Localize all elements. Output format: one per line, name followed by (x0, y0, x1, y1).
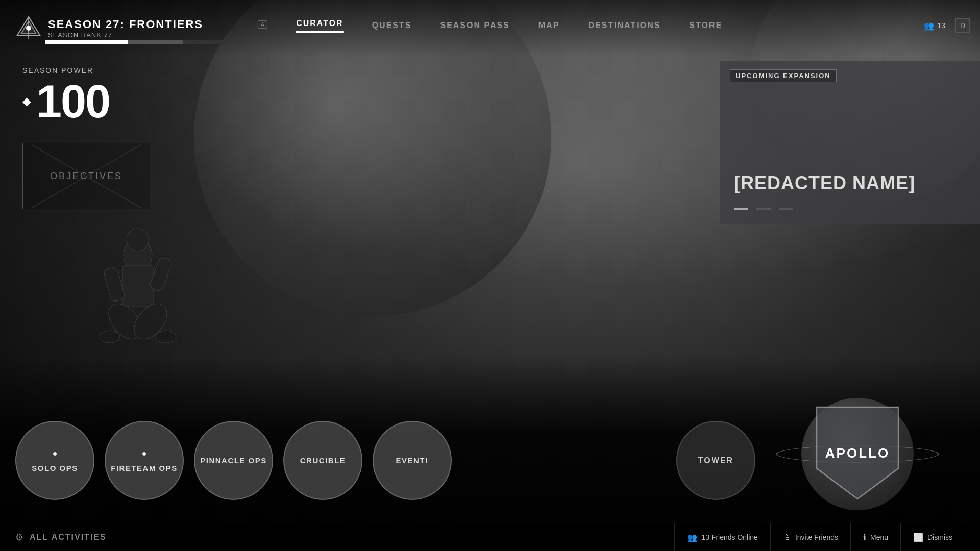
main-nav: A CURATOR QUESTS SEASON PASS MAP DESTINA… (254, 0, 726, 51)
dismiss-button[interactable]: ⬜ Dismiss (900, 523, 965, 552)
nav-item-controller-hint: A (254, 20, 272, 31)
nav-item-curator[interactable]: CURATOR (292, 19, 348, 33)
all-activities-bar: ⚙ ALL ACTIVITIES 👥 13 Friends Online 🖱 I… (0, 523, 980, 551)
settings-button[interactable]: D (955, 18, 970, 33)
header: SEASON 27: FRONTIERS SEASON RANK 77 A CU… (0, 0, 980, 56)
svg-point-7 (100, 331, 120, 343)
dismiss-label: Dismiss (927, 533, 952, 541)
all-activities-icon: ⚙ (15, 532, 23, 543)
nav-quests-label: QUESTS (372, 21, 412, 30)
controller-hint-a: A (258, 20, 267, 29)
nav-store-label: STORE (689, 21, 722, 30)
invite-friends-label: Invite Friends (795, 533, 838, 541)
expansion-tag: UPCOMING EXPANSION (730, 69, 837, 82)
tower-label: TOWER (698, 456, 733, 465)
nav-season-pass-label: SEASON PASS (440, 21, 509, 30)
season-rank: SEASON RANK 77 (48, 31, 203, 39)
all-activities-label[interactable]: ALL ACTIVITIES (30, 533, 107, 542)
apollo-container[interactable]: APOLLO (776, 388, 939, 520)
invite-friends-icon: 🖱 (783, 533, 791, 542)
settings-icon: D (960, 21, 965, 30)
solo-ops-label: SOLO OPS (32, 464, 78, 473)
character-silhouette (71, 214, 204, 357)
menu-label: Menu (870, 533, 888, 541)
svg-point-13 (27, 26, 31, 30)
fireteam-ops-diamond-icon: ✦ (140, 448, 148, 460)
pinnacle-ops-label: PINNACLE OPS (200, 456, 267, 465)
nav-item-destinations[interactable]: DESTINATIONS (584, 21, 665, 30)
friends-online-label: 13 Friends Online (701, 533, 758, 541)
activity-pinnacle-ops[interactable]: PINNACLE OPS (194, 421, 273, 500)
objectives-x-decoration (23, 143, 150, 209)
activity-fireteam-ops[interactable]: ✦ FIRETEAM OPS (105, 421, 184, 500)
season-title: SEASON 27: FRONTIERS (48, 18, 203, 31)
event-label: EVENT! (396, 456, 428, 465)
power-number: 100 (36, 79, 110, 124)
svg-point-8 (156, 331, 176, 343)
xp-bar-segment (128, 40, 183, 44)
objectives-box[interactable]: OBJECTIVES (22, 143, 150, 209)
activities-row: ✦ SOLO OPS ✦ FIRETEAM OPS PINNACLE OPS C… (15, 421, 755, 500)
friends-number: 13 (937, 21, 945, 30)
friends-online-status[interactable]: 👥 13 Friends Online (674, 523, 770, 552)
expansion-panel[interactable]: UPCOMING EXPANSION [REDACTED NAME] (720, 61, 980, 224)
solo-ops-diamond-icon: ✦ (51, 448, 59, 460)
svg-point-1 (127, 229, 149, 251)
crucible-label: CRUCIBLE (300, 456, 346, 465)
svg-rect-3 (103, 267, 126, 303)
season-power-block: SEASON POWER ◆ 100 (22, 66, 110, 124)
menu-icon: ℹ (863, 533, 866, 542)
nav-destinations-label: DESTINATIONS (588, 21, 660, 30)
expansion-dot-3 (779, 208, 793, 210)
friends-online-icon: 👥 (687, 533, 697, 542)
expansion-dot-2 (756, 208, 771, 210)
friends-count: 👥 13 (924, 21, 945, 31)
apollo-label: APOLLO (825, 445, 890, 461)
nav-item-season-pass[interactable]: SEASON PASS (436, 21, 513, 30)
fireteam-ops-label: FIRETEAM OPS (111, 464, 178, 473)
xp-bar (45, 40, 229, 44)
destiny-logo-icon (15, 15, 42, 41)
invite-friends-button[interactable]: 🖱 Invite Friends (770, 523, 850, 552)
nav-map-label: MAP (538, 21, 560, 30)
header-right: 👥 13 D (924, 0, 970, 51)
nav-curator-label: CURATOR (296, 19, 344, 28)
dismiss-icon: ⬜ (913, 533, 923, 542)
status-bar: 👥 13 Friends Online 🖱 Invite Friends ℹ M… (674, 523, 965, 552)
header-title-block: SEASON 27: FRONTIERS SEASON RANK 77 (48, 18, 203, 39)
menu-button[interactable]: ℹ Menu (850, 523, 900, 552)
nav-item-quests[interactable]: QUESTS (368, 21, 416, 30)
activity-event[interactable]: EVENT! (373, 421, 452, 500)
activity-crucible[interactable]: CRUCIBLE (283, 421, 362, 500)
apollo-shield[interactable]: APOLLO (812, 402, 903, 506)
activity-solo-ops[interactable]: ✦ SOLO OPS (15, 421, 94, 500)
activity-tower[interactable]: TOWER (676, 421, 755, 500)
expansion-dot-1 (734, 208, 748, 210)
power-diamond-icon: ◆ (22, 95, 31, 108)
xp-bar-fill (45, 40, 128, 44)
season-power-value: ◆ 100 (22, 79, 110, 124)
roster-icon: 👥 (924, 21, 934, 31)
svg-rect-2 (122, 265, 153, 306)
nav-item-map[interactable]: MAP (534, 21, 564, 30)
expansion-name: [REDACTED NAME] (734, 172, 915, 194)
nav-item-store[interactable]: STORE (685, 21, 726, 30)
season-power-label: SEASON POWER (22, 66, 110, 74)
expansion-dots (734, 208, 793, 210)
header-logo-block: SEASON 27: FRONTIERS SEASON RANK 77 (15, 15, 203, 41)
